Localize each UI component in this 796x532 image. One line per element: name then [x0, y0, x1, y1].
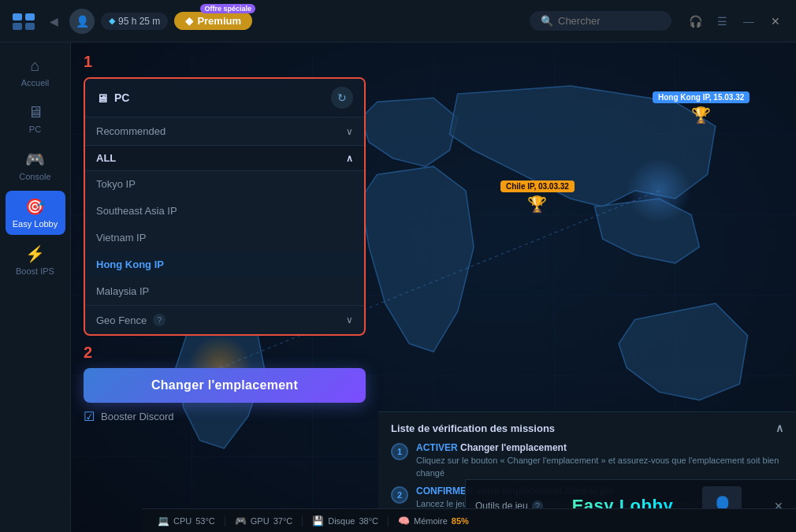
recommended-label: Recommended: [96, 125, 166, 137]
content-area: 1 🖥 PC ↻ Recommended ∨ ALL ∧: [71, 43, 796, 532]
avatar[interactable]: 👤: [69, 9, 95, 34]
boost-icon: ⚡: [25, 244, 45, 263]
premium-button[interactable]: ◆ Premium Offre spéciale: [174, 12, 252, 30]
headset-button[interactable]: 🎧: [684, 10, 706, 32]
server-item-hong-kong[interactable]: Hong Kong IP: [85, 251, 364, 278]
all-label: ALL: [96, 152, 116, 164]
chile-pin-label: Chile IP, 03.03.32: [500, 180, 575, 192]
left-panel: 1 🖥 PC ↻ Recommended ∨ ALL ∧: [71, 43, 378, 532]
close-button[interactable]: ✕: [764, 10, 787, 32]
step2-num: 2: [391, 486, 408, 504]
search-input[interactable]: [558, 15, 660, 27]
titlebar: ◀ 👤 ◆ 95 h 25 m ◆ Premium Offre spéciale…: [0, 0, 796, 43]
sidebar: ⌂ Accueil 🖥 PC 🎮 Console 🎯 Easy Lobby ⚡ …: [0, 43, 71, 532]
step1-title-rest: Changer l'emplacement: [458, 442, 567, 453]
geo-fence-chevron: ∨: [346, 314, 353, 326]
xp-diamond-icon: ◆: [109, 16, 115, 26]
pc-icon: 🖥: [96, 91, 108, 105]
app-logo: [9, 7, 38, 35]
status-gpu: 🎮 GPU 37°C: [225, 515, 303, 526]
gpu-label: GPU: [251, 516, 270, 526]
main-layout: ⌂ Accueil 🖥 PC 🎮 Console 🎯 Easy Lobby ⚡ …: [0, 43, 796, 532]
server-item-tokyo[interactable]: Tokyo IP: [85, 171, 364, 198]
geo-info-icon: ?: [153, 314, 166, 326]
step1-title: ACTIVER Changer l'emplacement: [416, 442, 783, 453]
sidebar-item-accueil[interactable]: ⌂ Accueil: [6, 50, 65, 94]
back-button[interactable]: ◀: [44, 12, 63, 31]
easy-lobby-icon: 🎯: [25, 197, 45, 216]
server-item-vietnam[interactable]: Vietnam IP: [85, 225, 364, 251]
step2-label: 2: [84, 344, 366, 362]
server-item-southeast-asia[interactable]: Southeast Asia IP: [85, 198, 364, 225]
cpu-value: 53°C: [195, 516, 215, 526]
statusbar: 💻 CPU 53°C 🎮 GPU 37°C 💾 Disque 38°C 🧠 Mé…: [142, 508, 796, 532]
server-box-header: 🖥 PC ↻: [85, 79, 364, 117]
booster-row: ☑ Booster Discord: [84, 409, 366, 424]
server-list: Tokyo IP Southeast Asia IP Vietnam IP Ho…: [85, 171, 364, 305]
svg-rect-3: [25, 23, 35, 30]
xp-value: 95 h 25 m: [118, 16, 160, 27]
xp-display: ◆ 95 h 25 m: [101, 13, 168, 30]
geo-fence-row[interactable]: Geo Fence ? ∨: [85, 305, 364, 334]
server-selector-box: 🖥 PC ↻ Recommended ∨ ALL ∧ Tokyo IP Sout…: [84, 77, 366, 336]
hongkong-trophy-icon: 🏆: [691, 106, 711, 125]
all-chevron: ∧: [346, 153, 353, 164]
sidebar-label-boost-ips: Boost IPS: [16, 266, 54, 276]
recommended-row[interactable]: Recommended ∨: [85, 117, 364, 146]
sidebar-label-easy-lobby: Easy Lobby: [13, 219, 58, 229]
disk-label: Disque: [328, 516, 355, 526]
window-controls: 🎧 ☰ — ✕: [684, 10, 787, 32]
pc-sidebar-icon: 🖥: [28, 103, 43, 121]
mission-chevron[interactable]: ∧: [776, 422, 783, 434]
status-disk: 💾 Disque 38°C: [303, 515, 389, 526]
status-cpu: 💻 CPU 53°C: [148, 515, 225, 526]
platform-label: PC: [114, 91, 129, 104]
svg-rect-1: [25, 13, 35, 20]
premium-label: Premium: [197, 15, 241, 27]
sidebar-item-console[interactable]: 🎮 Console: [6, 143, 65, 188]
mission-title: Liste de vérification des missions: [391, 422, 555, 434]
search-icon: 🔍: [541, 15, 553, 27]
memory-value: 85%: [452, 516, 469, 526]
step1-keyword: ACTIVER: [416, 442, 458, 453]
step1-num: 1: [391, 443, 408, 460]
change-location-button[interactable]: Changer l'emplacement: [84, 368, 366, 403]
hongkong-pin[interactable]: Hong Kong IP, 15.03.32 🏆: [653, 91, 750, 125]
minimize-button[interactable]: —: [738, 10, 760, 32]
sidebar-item-boost-ips[interactable]: ⚡ Boost IPS: [6, 238, 65, 282]
sidebar-item-pc[interactable]: 🖥 PC: [6, 97, 65, 140]
sidebar-label-pc: PC: [29, 125, 41, 134]
geo-fence-label: Geo Fence: [96, 314, 147, 326]
refresh-button[interactable]: ↻: [331, 87, 353, 109]
server-item-malaysia[interactable]: Malaysia IP: [85, 278, 364, 305]
cpu-label: CPU: [173, 516, 192, 526]
sidebar-item-easy-lobby[interactable]: 🎯 Easy Lobby: [6, 191, 65, 235]
memory-label: Mémoire: [414, 516, 448, 526]
booster-checkbox[interactable]: ☑: [84, 409, 95, 424]
sidebar-label-accueil: Accueil: [21, 78, 49, 87]
search-bar: 🔍: [530, 11, 671, 31]
chile-pin[interactable]: Chile IP, 03.03.32 🏆: [500, 180, 575, 214]
cpu-icon: 💻: [158, 515, 169, 526]
all-section-header[interactable]: ALL ∧: [85, 146, 364, 171]
menu-button[interactable]: ☰: [711, 10, 733, 32]
disk-value: 38°C: [359, 516, 378, 526]
chile-trophy-icon: 🏆: [527, 195, 547, 214]
gpu-value: 37°C: [273, 516, 293, 526]
svg-rect-0: [13, 13, 22, 20]
home-icon: ⌂: [30, 57, 39, 75]
mission-step-1: 1 ACTIVER Changer l'emplacement Cliquez …: [391, 442, 783, 479]
booster-label: Booster Discord: [101, 411, 173, 422]
gpu-icon: 🎮: [235, 515, 247, 526]
step1-desc: Cliquez sur le bouton « Changer l'emplac…: [416, 455, 783, 479]
console-icon: 🎮: [25, 150, 45, 169]
right-panel: Chile IP, 03.03.32 🏆 Hong Kong IP, 15.03…: [378, 43, 796, 532]
step1-content: ACTIVER Changer l'emplacement Cliquez su…: [416, 442, 783, 479]
recommended-chevron: ∨: [346, 126, 353, 137]
status-memory: 🧠 Mémoire 85%: [389, 515, 478, 526]
sidebar-label-console: Console: [19, 172, 50, 181]
disk-icon: 💾: [312, 515, 324, 526]
memory-icon: 🧠: [398, 515, 410, 526]
hongkong-pin-label: Hong Kong IP, 15.03.32: [653, 91, 750, 103]
premium-gem-icon: ◆: [185, 15, 193, 27]
